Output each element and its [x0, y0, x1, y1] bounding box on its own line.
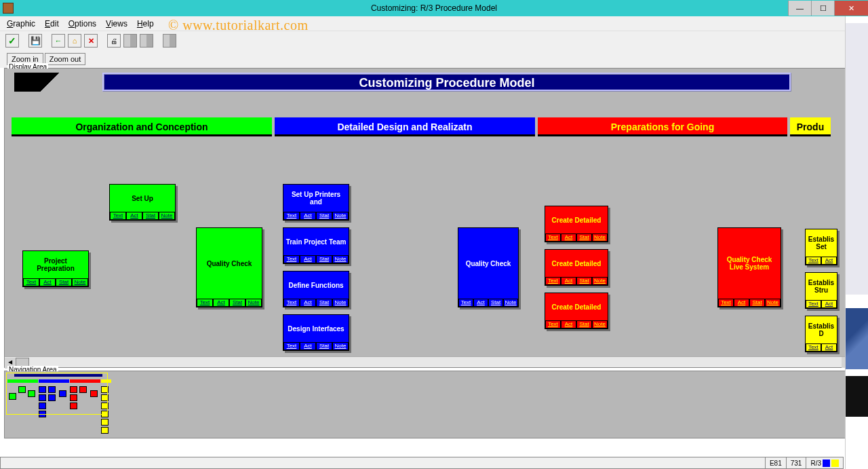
diagram-canvas[interactable]: Customizing Procedure Model Organization…	[5, 69, 852, 356]
zoom-bar: Zoom in Zoom out	[0, 50, 868, 68]
menu-graphic[interactable]: Graphic	[7, 19, 35, 29]
node-create-detailed-3[interactable]: Create Detailed TextActStatNote	[545, 293, 608, 329]
nav-canvas[interactable]	[5, 371, 863, 438]
minimize-button[interactable]: —	[788, 1, 811, 16]
title-banner: Customizing Procedure Model	[102, 73, 791, 92]
status-sys: R/3	[806, 457, 843, 468]
back-icon[interactable]	[52, 34, 65, 48]
node-quality-check-green[interactable]: Quality Check TextActStatNote	[196, 227, 262, 307]
node-design-interfaces[interactable]: Design Interfaces TextActStatNote	[283, 314, 349, 351]
horizontal-scrollbar[interactable]: ◀ ▶	[5, 356, 852, 367]
node-quality-check-live[interactable]: Quality Check Live System TextActStatNot…	[717, 227, 781, 307]
status-bar: E81 731 R/3	[0, 457, 844, 469]
confirm-icon[interactable]	[5, 34, 19, 48]
status-e: E81	[765, 457, 786, 468]
banner-wedge	[40, 73, 59, 92]
phase-preparations[interactable]: Preparations for Going	[538, 117, 787, 136]
cancel-icon[interactable]	[84, 34, 98, 48]
node-setup[interactable]: Set Up TextActStatNote	[109, 184, 176, 221]
layout3-icon[interactable]	[163, 34, 176, 48]
window-title: Customizing: R/3 Procedure Model	[371, 3, 497, 13]
node-train-team[interactable]: Train Project Team TextActStatNote	[283, 227, 349, 264]
layout2-icon[interactable]	[140, 34, 153, 48]
node-create-detailed-1[interactable]: Create Detailed TextActStatNote	[545, 206, 608, 242]
phase-production[interactable]: Produ	[790, 117, 831, 136]
toolbar	[0, 31, 868, 50]
app-icon	[3, 3, 14, 14]
zoom-out-button[interactable]: Zoom out	[45, 53, 85, 65]
close-button[interactable]: ✕	[834, 1, 868, 16]
background-strip	[845, 16, 868, 469]
node-establis-1[interactable]: Establis Set TextAct	[805, 229, 837, 265]
viewport-indicator[interactable]	[6, 373, 108, 415]
window-buttons: — ☐ ✕	[788, 1, 868, 16]
titlebar: Customizing: R/3 Procedure Model — ☐ ✕	[0, 0, 868, 16]
canvas-outer: Customizing Procedure Model Organization…	[5, 69, 863, 367]
node-define-functions[interactable]: Define Functions TextActStatNote	[283, 271, 349, 307]
print-icon[interactable]	[107, 34, 121, 48]
node-quality-check-blue[interactable]: Quality Check TextActStatNote	[458, 227, 519, 307]
node-project-preparation[interactable]: Project Preparation TextActStatNote	[22, 250, 89, 287]
node-create-detailed-2[interactable]: Create Detailed TextActStatNote	[545, 249, 608, 286]
menu-options[interactable]: Options	[68, 19, 96, 29]
node-setup-printers[interactable]: Set Up Printers and TextActStatNote	[283, 184, 349, 221]
save-icon[interactable]	[28, 34, 42, 48]
status-n: 731	[786, 457, 806, 468]
home-icon[interactable]	[68, 34, 81, 48]
layout1-icon[interactable]	[123, 34, 137, 48]
node-establis-3[interactable]: Establis D TextAct	[805, 316, 837, 352]
menu-views[interactable]: Views	[106, 19, 127, 29]
menu-edit[interactable]: Edit	[45, 19, 59, 29]
node-establis-2[interactable]: Establis Stru TextAct	[805, 272, 837, 309]
phase-organization[interactable]: Organization and Conception	[12, 117, 272, 136]
phase-design[interactable]: Detailed Design and Realizatn	[275, 117, 535, 136]
menubar: Graphic Edit Options Views Help	[0, 16, 868, 31]
menu-help[interactable]: Help	[137, 19, 154, 29]
navigation-area: Navigation Area	[4, 371, 864, 438]
maximize-button[interactable]: ☐	[811, 1, 834, 16]
display-area: Display Area Customizing Procedure Model…	[4, 68, 864, 368]
